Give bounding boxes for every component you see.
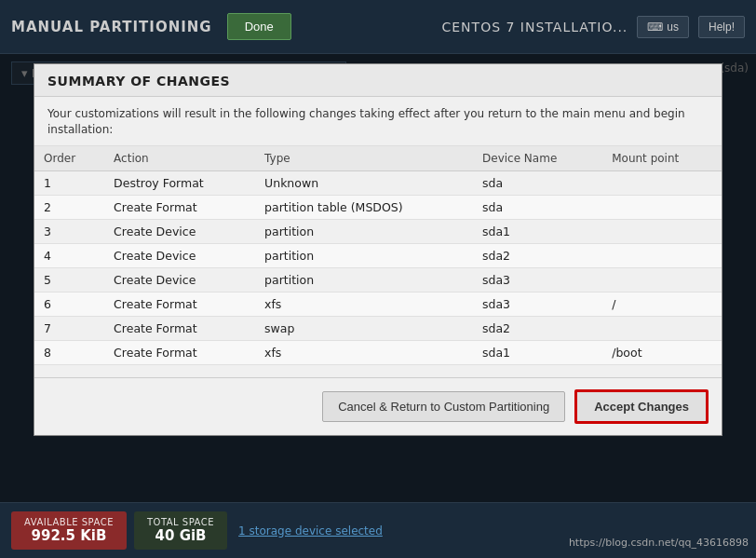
cell-action: Create Format — [104, 316, 255, 340]
accept-changes-button[interactable]: Accept Changes — [574, 389, 709, 424]
cell-type: partition — [255, 219, 473, 243]
storage-link[interactable]: 1 storage device selected — [238, 524, 383, 538]
total-label: TOTAL SPACE — [147, 517, 214, 527]
keyboard-icon: ⌨ — [647, 20, 663, 34]
cell-type: partition table (MSDOS) — [255, 195, 473, 219]
app-title: MANUAL PARTITIONING — [11, 19, 212, 35]
modal-description: Your customizations will result in the f… — [34, 97, 722, 146]
cell-action: Create Format — [104, 292, 255, 316]
cell-type: xfs — [255, 340, 473, 364]
cell-order: 2 — [34, 195, 104, 219]
url-text: https://blog.csdn.net/qq_43616898 — [569, 537, 749, 549]
cell-device: sda2 — [473, 316, 602, 340]
cell-order: 5 — [34, 267, 104, 292]
cell-order: 8 — [34, 340, 104, 364]
cell-order: 6 — [34, 292, 104, 316]
available-value: 992.5 KiB — [32, 527, 107, 544]
keyboard-button[interactable]: ⌨ us — [637, 16, 689, 38]
table-row: 2 Create Format partition table (MSDOS) … — [34, 195, 722, 219]
cell-device: sda1 — [473, 340, 602, 364]
cell-order: 4 — [34, 243, 104, 267]
available-label: AVAILABLE SPACE — [24, 517, 114, 527]
cell-mount: / — [602, 292, 722, 316]
cell-order: 1 — [34, 170, 104, 195]
col-action: Action — [104, 146, 255, 171]
cancel-button[interactable]: Cancel & Return to Custom Partitioning — [322, 391, 565, 422]
changes-table: Order Action Type Device Name Mount poin… — [34, 146, 722, 365]
available-space-badge: AVAILABLE SPACE 992.5 KiB — [11, 511, 127, 550]
done-button[interactable]: Done — [227, 13, 291, 40]
cell-device: sda3 — [473, 267, 602, 292]
table-row: 8 Create Format xfs sda1 /boot — [34, 340, 722, 364]
col-order: Order — [34, 146, 104, 171]
status-bar: AVAILABLE SPACE 992.5 KiB TOTAL SPACE 40… — [0, 502, 756, 558]
cell-device: sda — [473, 195, 602, 219]
col-device: Device Name — [473, 146, 602, 171]
table-header-row: Order Action Type Device Name Mount poin… — [34, 146, 722, 171]
cell-action: Destroy Format — [104, 170, 255, 195]
cell-device: sda1 — [473, 219, 602, 243]
top-bar-left: MANUAL PARTITIONING Done — [11, 13, 291, 40]
table-row: 5 Create Device partition sda3 — [34, 267, 722, 292]
cell-type: partition — [255, 243, 473, 267]
cell-order: 3 — [34, 219, 104, 243]
cell-mount — [602, 316, 722, 340]
modal-overlay: SUMMARY OF CHANGES Your customizations w… — [0, 54, 756, 558]
col-mount: Mount point — [602, 146, 722, 171]
table-row: 7 Create Format swap sda2 — [34, 316, 722, 340]
table-row: 1 Destroy Format Unknown sda — [34, 170, 722, 195]
col-type: Type — [255, 146, 473, 171]
cell-action: Create Format — [104, 195, 255, 219]
cell-action: Create Format — [104, 340, 255, 364]
modal-footer: Cancel & Return to Custom Partitioning A… — [34, 377, 722, 435]
total-space-badge: TOTAL SPACE 40 GiB — [134, 511, 227, 550]
cell-type: Unknown — [255, 170, 473, 195]
modal-dialog: SUMMARY OF CHANGES Your customizations w… — [34, 63, 722, 436]
cell-action: Create Device — [104, 243, 255, 267]
table-row: 4 Create Device partition sda2 — [34, 243, 722, 267]
modal-title: SUMMARY OF CHANGES — [34, 64, 722, 97]
cell-mount — [602, 243, 722, 267]
cell-mount — [602, 267, 722, 292]
cell-mount — [602, 195, 722, 219]
keyboard-lang: us — [667, 20, 679, 34]
cell-mount — [602, 219, 722, 243]
table-row: 3 Create Device partition sda1 — [34, 219, 722, 243]
top-bar-right: CENTOS 7 INSTALLATIO... ⌨ us Help! — [442, 16, 746, 38]
cell-order: 7 — [34, 316, 104, 340]
main-content: ▾ New CentOS 7 Installation sda3 (sda) S… — [0, 54, 756, 558]
help-button[interactable]: Help! — [698, 16, 745, 38]
cell-action: Create Device — [104, 267, 255, 292]
table-row: 6 Create Format xfs sda3 / — [34, 292, 722, 316]
top-bar: MANUAL PARTITIONING Done CENTOS 7 INSTAL… — [0, 0, 756, 54]
cell-type: swap — [255, 316, 473, 340]
cell-type: partition — [255, 267, 473, 292]
cell-mount: /boot — [602, 340, 722, 364]
cell-device: sda3 — [473, 292, 602, 316]
cell-device: sda2 — [473, 243, 602, 267]
cell-action: Create Device — [104, 219, 255, 243]
cell-type: xfs — [255, 292, 473, 316]
total-value: 40 GiB — [155, 527, 207, 544]
table-wrapper: Order Action Type Device Name Mount poin… — [34, 146, 722, 377]
os-title: CENTOS 7 INSTALLATIO... — [442, 20, 628, 34]
cell-device: sda — [473, 170, 602, 195]
cell-mount — [602, 170, 722, 195]
